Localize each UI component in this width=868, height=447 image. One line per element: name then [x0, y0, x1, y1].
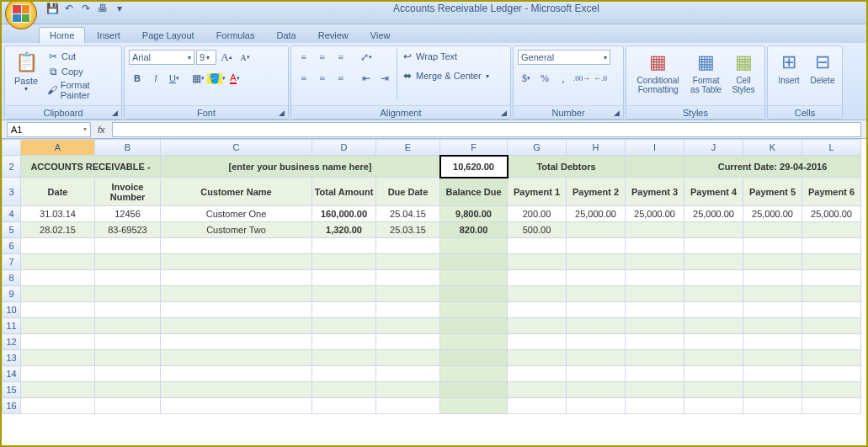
ledger-title[interactable]: ACCOUNTS RECEIVABLE -	[21, 156, 161, 178]
hdr-total[interactable]: Total Amount	[312, 178, 376, 206]
font-color-button[interactable]: A▾	[226, 71, 243, 86]
col-F[interactable]: F	[440, 140, 508, 156]
col-A[interactable]: A	[21, 140, 95, 156]
grid[interactable]: A B C D E F G H I J K L 2 ACCOUNTS RECEI…	[2, 139, 861, 414]
percent-button[interactable]: %	[536, 71, 553, 86]
accounting-format-button[interactable]: $ ▾	[518, 71, 535, 86]
column-headers: A B C D E F G H I J K L	[3, 140, 861, 156]
number-format-select[interactable]: General▾	[518, 50, 610, 65]
format-as-table-button[interactable]: ▦Format as Table	[685, 49, 727, 96]
tab-pagelayout[interactable]: Page Layout	[132, 28, 205, 43]
align-left-icon[interactable]: ≡	[296, 71, 312, 86]
hdr-due[interactable]: Due Date	[376, 178, 440, 206]
formula-input[interactable]	[112, 122, 861, 137]
hdr-p5[interactable]: Payment 5	[743, 178, 802, 206]
alignment-launcher-icon[interactable]: ◢	[498, 108, 509, 118]
tab-home[interactable]: Home	[39, 27, 85, 43]
hdr-p3[interactable]: Payment 3	[626, 178, 684, 206]
col-G[interactable]: G	[508, 140, 567, 156]
insert-cells-icon: ⊞	[777, 51, 801, 74]
cut-button[interactable]: ✂Cut	[46, 50, 117, 63]
quick-access-toolbar: 💾 ↶ ↷ 🖶 ▾	[45, 2, 126, 15]
titlebar: 💾 ↶ ↷ 🖶 ▾ Accounts Receivable Ledger - M…	[2, 2, 866, 24]
font-size-select[interactable]: 9▾	[196, 50, 216, 65]
col-I[interactable]: I	[626, 140, 684, 156]
group-alignment: ≡ ≡ ≡ ⤢▾ ≡ ≡ ≡ ⇤ ⇥ ↩Wrap Text ⬌Mer	[290, 45, 511, 120]
fx-icon[interactable]: fx	[98, 125, 105, 135]
group-font: Arial▾ 9▾ A▴ A▾ B I U▾ ▦▾ 🪣▾ A▾ Font◢	[124, 45, 289, 120]
table-icon: ▦	[695, 51, 718, 74]
col-C[interactable]: C	[161, 140, 312, 156]
business-name-placeholder[interactable]: [enter your business name here]	[161, 156, 440, 178]
qat-dropdown-icon[interactable]: ▾	[113, 2, 126, 15]
conditional-formatting-button[interactable]: ▦Conditional Formatting	[631, 49, 685, 96]
worksheet[interactable]: A B C D E F G H I J K L 2 ACCOUNTS RECEI…	[2, 139, 866, 414]
group-cells: ⊞Insert ⊟Delete Cells	[767, 45, 843, 120]
hdr-p2[interactable]: Payment 2	[567, 178, 626, 206]
align-bottom-icon[interactable]: ≡	[333, 50, 349, 65]
tab-formulas[interactable]: Formulas	[206, 28, 265, 43]
underline-button[interactable]: U▾	[166, 71, 183, 86]
col-B[interactable]: B	[95, 140, 161, 156]
col-E[interactable]: E	[376, 140, 440, 156]
shrink-font-icon[interactable]: A▾	[237, 50, 253, 65]
hdr-customer[interactable]: Customer Name	[161, 178, 312, 206]
orientation-icon[interactable]: ⤢▾	[358, 50, 375, 65]
total-debtors-sum[interactable]: 10,620.00	[440, 156, 508, 178]
col-H[interactable]: H	[567, 140, 626, 156]
cell-styles-icon: ▦	[732, 51, 755, 74]
col-J[interactable]: J	[684, 140, 743, 156]
tab-view[interactable]: View	[360, 28, 401, 43]
hdr-p4[interactable]: Payment 4	[684, 178, 743, 206]
align-top-icon[interactable]: ≡	[296, 50, 312, 65]
cell-styles-button[interactable]: ▦Cell Styles	[727, 49, 760, 96]
wrap-text-button[interactable]: ↩Wrap Text	[401, 50, 489, 63]
select-all-corner[interactable]	[3, 140, 21, 156]
decrease-indent-icon[interactable]: ⇤	[358, 71, 375, 86]
font-name-select[interactable]: Arial▾	[129, 50, 194, 65]
comma-button[interactable]: ,	[555, 71, 572, 86]
hdr-balance[interactable]: Balance Due	[440, 178, 508, 206]
save-icon[interactable]: 💾	[45, 2, 59, 15]
row-15: 15	[3, 382, 861, 398]
tab-data[interactable]: Data	[266, 28, 306, 43]
fill-color-button[interactable]: 🪣▾	[208, 71, 225, 86]
row-5: 5 28.02.15 83-69523 Customer Two 1,320.0…	[3, 222, 861, 238]
row-7: 7	[3, 254, 861, 270]
total-debtors-label[interactable]: Total Debtors	[508, 156, 626, 178]
number-launcher-icon[interactable]: ◢	[611, 108, 621, 118]
font-launcher-icon[interactable]: ◢	[276, 108, 286, 118]
name-box[interactable]: A1▾	[7, 122, 91, 137]
col-L[interactable]: L	[802, 140, 861, 156]
redo-icon[interactable]: ↷	[79, 2, 93, 15]
group-styles: ▦Conditional Formatting ▦Format as Table…	[626, 45, 765, 120]
border-button[interactable]: ▦▾	[189, 71, 206, 86]
align-right-icon[interactable]: ≡	[333, 71, 349, 86]
clipboard-launcher-icon[interactable]: ◢	[109, 108, 120, 118]
merge-center-button[interactable]: ⬌Merge & Center▾	[401, 69, 489, 82]
increase-decimal-icon[interactable]: .00→	[573, 71, 590, 86]
tab-insert[interactable]: Insert	[87, 28, 130, 43]
bold-button[interactable]: B	[129, 71, 146, 86]
hdr-invoice[interactable]: Invoice Number	[95, 178, 161, 206]
col-D[interactable]: D	[312, 140, 376, 156]
paste-button[interactable]: 📋 Paste ▾	[9, 49, 43, 95]
delete-cells-button[interactable]: ⊟Delete	[806, 49, 839, 87]
hdr-date[interactable]: Date	[21, 178, 95, 206]
grow-font-icon[interactable]: A▴	[218, 50, 235, 65]
hdr-p1[interactable]: Payment 1	[508, 178, 567, 206]
insert-cells-button[interactable]: ⊞Insert	[772, 49, 806, 87]
copy-button[interactable]: ⧉Copy	[46, 65, 117, 78]
align-center-icon[interactable]: ≡	[314, 71, 331, 86]
hdr-p6[interactable]: Payment 6	[802, 178, 861, 206]
decrease-decimal-icon[interactable]: ←.0	[592, 71, 609, 86]
tab-review[interactable]: Review	[308, 28, 359, 43]
col-K[interactable]: K	[743, 140, 802, 156]
current-date[interactable]: Current Date: 29-04-2016	[684, 156, 861, 178]
format-painter-button[interactable]: 🖌Format Painter	[46, 80, 117, 100]
align-middle-icon[interactable]: ≡	[314, 50, 331, 65]
italic-button[interactable]: I	[147, 71, 164, 86]
increase-indent-icon[interactable]: ⇥	[376, 71, 393, 86]
undo-icon[interactable]: ↶	[62, 2, 76, 15]
print-icon[interactable]: 🖶	[96, 2, 109, 15]
